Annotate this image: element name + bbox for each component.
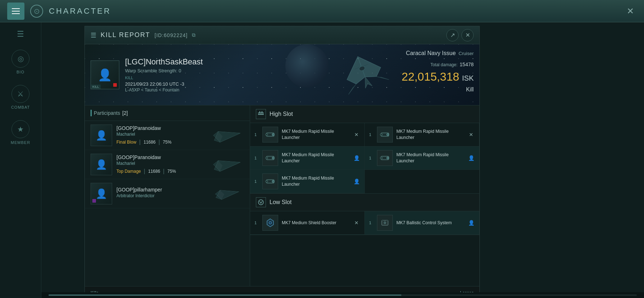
purple-badge	[92, 199, 96, 203]
low-slot-icon	[256, 197, 266, 207]
main-content: ☰ KILL REPORT [ID:6092224] ⧉ ↗ ✕ 👤 Kill …	[41, 22, 644, 298]
ship-class: Cruiser	[459, 51, 474, 56]
slot-item: 1 MK7 Medium Shield Booster ✕	[250, 211, 365, 235]
slot-item-icon	[262, 215, 278, 231]
ship-name: Caracal Navy Issue	[406, 50, 456, 57]
scrollbar-thumb[interactable]	[49, 294, 401, 296]
sidebar-item-member[interactable]: ★ Member	[11, 120, 30, 145]
participant-info: [GOOP]Paranoidaw Machariel Top Damage | …	[116, 154, 207, 175]
stat-divider2: |	[158, 139, 160, 145]
participant-item: 👤 [GOOP]pillarhamper Arbitrator Interdic…	[85, 179, 250, 208]
participant-name: [GOOP]Paranoidaw	[116, 154, 207, 160]
slot-item-icon	[377, 215, 393, 231]
slot-item-name: MK7 Medium Rapid Missile Launcher	[396, 128, 464, 141]
participant-avatar: 👤	[91, 125, 112, 146]
slot-item: 1 MK7 Medium Rapid Missile Launcher	[365, 123, 479, 146]
high-slot-header: High Slot	[250, 105, 479, 123]
low-slot-header: Low Slot	[250, 194, 479, 211]
slot-item: 1 MK7 Medium Rapid Missile Launcher	[250, 170, 365, 193]
hamburger-button[interactable]	[7, 3, 24, 20]
svg-rect-4	[262, 111, 262, 113]
isk-unit: ISK	[462, 74, 474, 82]
high-slot-grid: 1 MK7 Medium Rapid Missile Launcher	[250, 123, 479, 193]
participant-ship: Arbitrator Interdictor	[116, 193, 207, 198]
participants-panel: Participants [2] 👤 [GOOP]Paranoidaw Mach…	[85, 105, 250, 286]
top-close-button[interactable]: ✕	[624, 5, 637, 18]
stat-percent: 75%	[167, 169, 176, 174]
stat-percent: 75%	[163, 140, 171, 145]
kr-close-button[interactable]: ✕	[461, 29, 474, 41]
victim-avatar: 👤 Kill	[91, 60, 119, 89]
participants-count: [2]	[122, 110, 128, 116]
slot-item-icon	[262, 150, 278, 166]
high-slot-section: High Slot 1	[250, 105, 479, 194]
slot-person-icon: 👤	[468, 154, 475, 162]
slot-item: 1 MK7 Medium Rapid Missile Launcher	[365, 146, 479, 170]
combat-icon: ⚔	[12, 85, 29, 103]
high-slot-title: High Slot	[270, 111, 293, 117]
slot-person-icon: 👤	[468, 219, 475, 226]
kill-report-panel: ☰ KILL REPORT [ID:6092224] ⧉ ↗ ✕ 👤 Kill …	[84, 26, 480, 298]
slot-item-name: MK7 Medium Rapid Missile Launcher	[282, 152, 349, 164]
sidebar-item-combat[interactable]: ⚔ Combat	[11, 85, 30, 109]
slot-num: 1	[254, 179, 259, 184]
slot-item: 1 MK7 Medium Rapid Missile Launcher	[250, 146, 365, 170]
svg-rect-31	[386, 220, 388, 221]
red-status-dot	[113, 83, 117, 87]
slot-person-icon: 👤	[353, 178, 360, 185]
participant-item: 👤 [GOOP]Paranoidaw Machariel Final Blow …	[85, 121, 250, 150]
slot-item: 1 MK7 Medium Rapid Missile Launcher	[250, 123, 365, 146]
bio-icon: ◎	[12, 50, 29, 68]
svg-rect-16	[266, 157, 268, 159]
low-slot-grid: 1 MK7 Medium Shield Booster ✕	[250, 211, 479, 235]
svg-point-7	[272, 134, 274, 136]
participant-ship: Machariel	[116, 161, 207, 166]
kill-report-actions: ↗ ✕	[446, 29, 474, 41]
svg-point-23	[272, 180, 274, 182]
sidebar-item-bio[interactable]: ◎ Bio	[12, 50, 29, 74]
svg-point-26	[269, 221, 272, 224]
participants-header: Participants [2]	[85, 105, 250, 121]
sidebar-menu-icon[interactable]: ☰	[17, 30, 24, 39]
svg-rect-24	[266, 181, 268, 182]
external-link-button[interactable]: ↗	[446, 29, 459, 41]
top-title: CHARACTER	[49, 6, 111, 16]
copy-icon[interactable]: ⧉	[192, 32, 196, 38]
hamburger-icon	[12, 8, 20, 14]
participant-ship-image	[210, 124, 245, 147]
stat-damage: 11686	[148, 169, 160, 174]
slot-close-icon[interactable]: ✕	[468, 131, 475, 138]
slot-num: 1	[369, 221, 373, 225]
svg-point-15	[272, 157, 274, 159]
top-bar: ⊙ CHARACTER ✕	[0, 0, 644, 22]
slot-num: 1	[254, 156, 259, 160]
ship-visual-area	[328, 48, 400, 102]
member-label: Member	[11, 140, 30, 145]
svg-rect-8	[266, 134, 268, 135]
scrollbar-area	[41, 292, 644, 298]
participant-name: [GOOP]Paranoidaw	[116, 125, 207, 131]
slot-item-icon	[377, 150, 393, 166]
sidebar: ☰ ◎ Bio ⚔ Combat ★ Member	[0, 22, 41, 298]
kr-menu-icon[interactable]: ☰	[91, 31, 96, 39]
participant-avatar: 👤	[91, 183, 112, 204]
damage-label: Total damage:	[431, 62, 457, 67]
svg-rect-1	[258, 113, 264, 113]
slot-close-icon[interactable]: ✕	[353, 219, 360, 226]
slot-close-icon[interactable]: ✕	[353, 131, 360, 138]
kill-report-header: ☰ KILL REPORT [ID:6092224] ⧉ ↗ ✕	[85, 26, 479, 44]
participant-info: [GOOP]Paranoidaw Machariel Final Blow | …	[116, 125, 207, 145]
damage-value: 15478	[460, 62, 474, 67]
svg-rect-30	[382, 220, 383, 221]
svg-rect-3	[259, 111, 260, 113]
participant-item: 👤 [GOOP]Paranoidaw Machariel Top Damage …	[85, 150, 250, 179]
kill-stats: Caracal Navy Issue Cruiser Total damage:…	[402, 50, 474, 93]
slot-item-name: MK7 Medium Rapid Missile Launcher	[282, 175, 349, 188]
slot-item-icon	[262, 173, 278, 189]
stat-divider: |	[139, 139, 141, 145]
kill-report-body: Participants [2] 👤 [GOOP]Paranoidaw Mach…	[85, 105, 479, 286]
svg-point-11	[387, 134, 389, 136]
svg-rect-2	[258, 114, 264, 115]
combat-label: Combat	[11, 105, 30, 109]
slot-item-name: MK7 Medium Shield Booster	[282, 220, 349, 226]
